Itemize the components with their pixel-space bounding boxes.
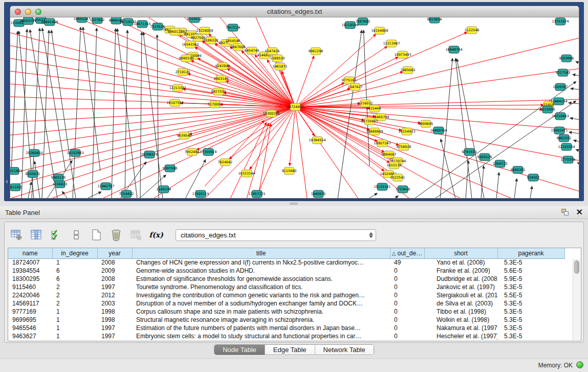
tab-edge-table[interactable]: Edge Table: [265, 345, 315, 355]
graph-node[interactable]: 1461872: [273, 63, 288, 70]
table-row[interactable]: 1938455462009Genome-wide association stu…: [8, 267, 564, 275]
cell-title[interactable]: Tourette syndrome. Phenomenology and cla…: [132, 283, 390, 291]
cell-pagerank[interactable]: 5.3E-5: [497, 308, 564, 316]
cell-short[interactable]: Hescheler et al. (1997): [424, 332, 497, 340]
graph-node[interactable]: 9860123: [168, 28, 183, 35]
graph-node[interactable]: 7952484: [185, 148, 200, 156]
select-columns-icon[interactable]: [30, 228, 43, 242]
graph-node[interactable]: 2803144: [214, 75, 229, 82]
graph-node[interactable]: 8813054: [427, 17, 442, 23]
cell-outdeg[interactable]: 0: [390, 308, 424, 316]
graph-node[interactable]: 1145194: [157, 186, 171, 193]
table-row[interactable]: 969969511998Structural magnetic resonanc…: [8, 316, 564, 324]
cell-indeg[interactable]: 1: [52, 308, 97, 316]
cell-outdeg[interactable]: 0: [390, 267, 424, 275]
table-row[interactable]: 1872400712008Changes of HCN gene express…: [8, 258, 564, 267]
cell-pagerank[interactable]: 5.3E-5: [497, 258, 564, 267]
cell-pagerank[interactable]: 5.6E-5: [497, 267, 564, 275]
cell-year[interactable]: 2008: [97, 275, 132, 283]
table-row[interactable]: 977716911998Corpus callosum shape and si…: [8, 308, 564, 316]
graph-node[interactable]: 1047427: [348, 83, 363, 91]
cell-short[interactable]: Yano et al. (2008): [424, 258, 497, 267]
graph-node[interactable]: 6791913: [462, 148, 477, 156]
cell-indeg[interactable]: 6: [52, 267, 97, 275]
cell-name[interactable]: 9699695: [8, 316, 52, 324]
cell-name[interactable]: 9463627: [8, 332, 52, 340]
graph-node[interactable]: 5905135: [51, 174, 66, 181]
graph-node[interactable]: 9845301: [511, 166, 526, 173]
graph-node[interactable]: 9884067: [382, 151, 397, 158]
cell-pagerank[interactable]: 5.3E-5: [497, 324, 564, 332]
graph-node[interactable]: 17359928: [200, 148, 216, 156]
split-pane-handle[interactable]: [290, 203, 298, 205]
collapse-panel-arrow-icon[interactable]: [5, 180, 8, 184]
graph-node[interactable]: 9305528: [477, 154, 492, 161]
cell-short[interactable]: Franke et al. (2009): [424, 267, 497, 275]
float-panel-icon[interactable]: [561, 208, 570, 216]
graph-node[interactable]: 22611651: [10, 167, 23, 174]
cell-name[interactable]: 9465546: [8, 324, 52, 332]
graph-node[interactable]: 17957225: [248, 190, 265, 198]
graph-node[interactable]: 9242848: [215, 62, 230, 70]
graph-node[interactable]: 12103554: [558, 143, 575, 150]
cell-indeg[interactable]: 2: [52, 299, 97, 308]
graph-node[interactable]: 2718120: [176, 69, 190, 76]
tab-node-table[interactable]: Node Table: [214, 345, 265, 355]
graph-node[interactable]: 9699695: [419, 120, 433, 127]
cell-indeg[interactable]: 1: [52, 258, 97, 267]
cell-short[interactable]: Wolkin et al. (1998): [424, 316, 497, 324]
graph-node[interactable]: 1615132: [387, 162, 402, 169]
cell-outdeg[interactable]: 0: [390, 283, 424, 291]
cell-indeg[interactable]: 2: [52, 291, 97, 299]
cell-name[interactable]: 18724007: [8, 258, 52, 267]
column-header-title[interactable]: title: [132, 248, 390, 258]
graph-node[interactable]: 13751074: [552, 18, 569, 25]
cell-indeg[interactable]: 6: [52, 275, 97, 283]
graph-node[interactable]: 8105031: [26, 170, 40, 178]
graph-node[interactable]: 9861296: [309, 48, 323, 55]
cell-name[interactable]: 9777169: [8, 308, 52, 316]
column-header-name[interactable]: name: [8, 248, 52, 258]
minimize-window-button[interactable]: [25, 9, 31, 15]
network-graph-canvas[interactable]: 1535051224055724205537222069140610655247…: [10, 17, 579, 199]
cell-year[interactable]: 1997: [97, 332, 132, 340]
graph-node[interactable]: 25260650: [26, 149, 42, 157]
graph-node[interactable]: 9329966: [559, 55, 574, 62]
cell-outdeg[interactable]: 0: [390, 275, 424, 283]
graph-node[interactable]: 16107553: [166, 99, 183, 106]
cell-short[interactable]: Jankovic et al. (1997): [424, 283, 497, 291]
graph-node[interactable]: 1547426: [265, 48, 280, 55]
graph-node[interactable]: 16210643: [552, 113, 569, 120]
graph-node[interactable]: 7254402: [119, 190, 134, 198]
cell-name[interactable]: 14569117: [8, 299, 52, 308]
graph-node[interactable]: 16154808: [371, 27, 388, 34]
column-header-short[interactable]: short: [424, 248, 497, 258]
cell-year[interactable]: 2008: [97, 258, 132, 267]
tab-network-table[interactable]: Network Table: [315, 345, 374, 355]
memory-status-indicator[interactable]: [576, 361, 583, 368]
graph-node[interactable]: 9890100: [179, 55, 194, 62]
cell-year[interactable]: 2009: [97, 267, 132, 275]
graph-node[interactable]: 12213322: [169, 84, 186, 92]
graph-node[interactable]: 8215958: [540, 106, 555, 113]
cell-short[interactable]: Tibbo et al. (1998): [424, 308, 497, 316]
graph-node[interactable]: 1122548: [465, 27, 480, 34]
window-titlebar[interactable]: citations_edges.txt: [10, 6, 579, 17]
cell-title[interactable]: Investigating the contribution of common…: [132, 291, 390, 299]
graph-node[interactable]: 8427552: [211, 88, 226, 95]
graph-node[interactable]: 9115460: [282, 167, 297, 174]
cell-indeg[interactable]: 1: [52, 324, 97, 332]
cell-name[interactable]: 19384554: [8, 267, 52, 275]
cell-name[interactable]: 18300295: [8, 275, 52, 283]
cell-pagerank[interactable]: 5.5E-5: [497, 291, 564, 299]
cell-title[interactable]: Genome-wide association studies in ADHD.: [132, 267, 390, 275]
scrollbar-thumb[interactable]: [574, 260, 579, 274]
graph-node[interactable]: 1733426: [396, 186, 410, 193]
table-row[interactable]: 1830029562008Estimation of significance …: [8, 275, 564, 283]
cell-year[interactable]: 1998: [97, 308, 132, 316]
cell-indeg[interactable]: 1: [52, 316, 97, 324]
graph-node[interactable]: 16543362: [182, 41, 199, 48]
graph-node[interactable]: 7485063: [401, 67, 416, 74]
cell-name[interactable]: 9115460: [8, 283, 52, 291]
graph-node[interactable]: 19384554: [309, 137, 325, 144]
